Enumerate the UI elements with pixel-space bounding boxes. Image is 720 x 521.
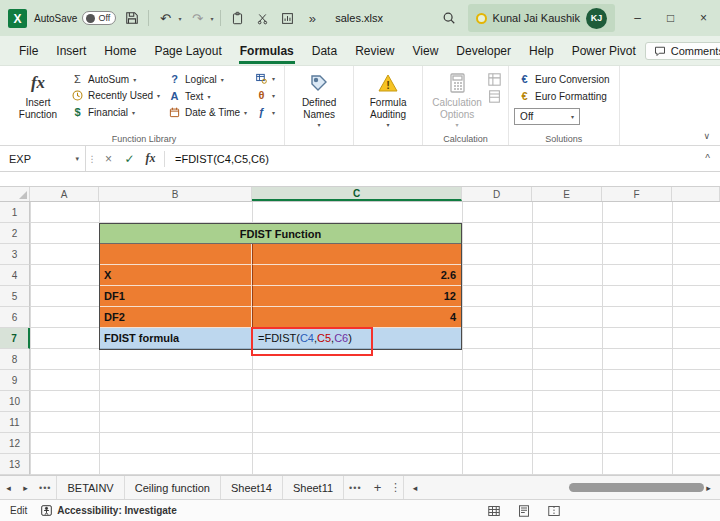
tab-view[interactable]: View: [404, 39, 448, 63]
tab-help[interactable]: Help: [520, 39, 563, 63]
scrollbar-track[interactable]: [424, 476, 700, 499]
autosum-button[interactable]: ΣAutoSum▾: [67, 72, 164, 86]
horizontal-scrollbar[interactable]: ◂ ▸: [403, 476, 720, 499]
undo-button[interactable]: ↶: [156, 8, 174, 28]
row-header-12[interactable]: 12: [0, 433, 30, 454]
row-header-8[interactable]: 8: [0, 349, 30, 370]
row-header-2[interactable]: 2: [0, 223, 30, 244]
redo-button[interactable]: ↷: [188, 8, 206, 28]
lookup-reference-button[interactable]: ▾: [251, 72, 279, 85]
select-all-corner[interactable]: [0, 187, 30, 201]
table-title-cell[interactable]: FDIST Function: [100, 224, 461, 244]
row-header-7[interactable]: 7: [0, 328, 30, 349]
row-header-9[interactable]: 9: [0, 370, 30, 391]
comments-button[interactable]: Comments: [645, 42, 720, 60]
text-button[interactable]: AText▾: [164, 89, 251, 103]
more-commands-icon[interactable]: »: [303, 8, 321, 28]
tab-developer[interactable]: Developer: [447, 39, 520, 63]
tab-home[interactable]: Home: [95, 39, 145, 63]
cancel-icon[interactable]: ×: [98, 152, 119, 166]
autosave-toggle[interactable]: AutoSave Off: [34, 11, 116, 25]
row-header-3[interactable]: 3: [0, 244, 30, 265]
row-header-10[interactable]: 10: [0, 391, 30, 412]
tab-file[interactable]: File: [10, 39, 47, 63]
formula-auditing-button[interactable]: ! Formula Auditing ▾: [359, 69, 417, 131]
row-header-5[interactable]: 5: [0, 286, 30, 307]
column-header-b[interactable]: B: [99, 187, 252, 201]
page-break-view-icon[interactable]: [548, 505, 560, 517]
tab-insert[interactable]: Insert: [47, 39, 95, 63]
insert-function-button[interactable]: fx Insert Function: [9, 69, 67, 122]
autosave-switch[interactable]: Off: [82, 11, 116, 25]
date-time-button[interactable]: Date & Time▾: [164, 106, 251, 119]
save-icon[interactable]: [123, 8, 141, 28]
sheet-tab-sheet14[interactable]: Sheet14: [221, 476, 283, 499]
cut-icon[interactable]: [253, 8, 271, 28]
tab-review[interactable]: Review: [346, 39, 403, 63]
cell-c7-formula[interactable]: =FDIST(C4,C5,C6): [252, 328, 461, 349]
insert-function-icon[interactable]: fx: [140, 151, 161, 166]
cell-c3[interactable]: [252, 244, 461, 265]
row-header-6[interactable]: 6: [0, 307, 30, 328]
expand-formula-bar-icon[interactable]: ^: [705, 153, 720, 164]
euro-off-dropdown[interactable]: Off▾: [514, 108, 580, 125]
cell-b6[interactable]: DF2: [100, 307, 252, 328]
calculate-now-icon[interactable]: [488, 73, 501, 86]
accessibility-status[interactable]: Accessibility: Investigate: [41, 505, 177, 516]
cell-c5[interactable]: 12: [252, 286, 461, 307]
collapse-ribbon-icon[interactable]: ∨: [703, 131, 710, 141]
cell-c6[interactable]: 4: [252, 307, 461, 328]
enter-icon[interactable]: ✓: [119, 152, 140, 166]
cell-b3[interactable]: [100, 244, 252, 265]
sheet-menu-icon[interactable]: ⋮: [389, 481, 403, 494]
normal-view-icon[interactable]: [488, 505, 500, 517]
cell-c4[interactable]: 2.6: [252, 265, 461, 286]
sheet-nav-right-icon[interactable]: ▸: [17, 483, 34, 493]
page-layout-view-icon[interactable]: [518, 505, 530, 517]
formula-input[interactable]: =FDIST(C4,C5,C6): [168, 153, 269, 165]
math-trig-button[interactable]: θ▾: [251, 88, 279, 102]
add-sheet-button[interactable]: +: [367, 480, 389, 495]
avatar[interactable]: KJ: [586, 8, 607, 29]
sheet-tab-ceiling-function[interactable]: Ceiling function: [125, 476, 221, 499]
grid-body[interactable]: 1 2 3 4 5 6 7 8 9 10 11 12 13 FDIST Func…: [0, 202, 720, 475]
maximize-button[interactable]: □: [654, 0, 687, 36]
cell-b7[interactable]: FDIST formula: [100, 328, 252, 349]
account-chip[interactable]: Kunal Jai Kaushik KJ: [468, 4, 615, 32]
sheet-tab-betainv[interactable]: BETAINV: [56, 476, 124, 499]
cell-b4[interactable]: X: [100, 265, 252, 286]
sheet-tab-sheet11[interactable]: Sheet11: [283, 476, 344, 499]
column-header-f[interactable]: F: [602, 187, 672, 201]
financial-button[interactable]: $Financial▾: [67, 105, 164, 119]
column-header-e[interactable]: E: [532, 187, 602, 201]
scrollbar-thumb[interactable]: [569, 483, 704, 492]
column-header-d[interactable]: D: [462, 187, 532, 201]
minimize-button[interactable]: –: [621, 0, 654, 36]
column-header-c[interactable]: C: [252, 187, 462, 201]
sheet-overflow-left-icon[interactable]: •••: [34, 483, 56, 493]
logical-button[interactable]: ?Logical▾: [164, 72, 251, 86]
row-header-1[interactable]: 1: [0, 202, 30, 223]
tab-power-pivot[interactable]: Power Pivot: [563, 39, 645, 63]
calculate-sheet-icon[interactable]: [488, 90, 501, 103]
tab-formulas[interactable]: Formulas: [231, 39, 303, 63]
euro-conversion-button[interactable]: €Euro Conversion: [514, 72, 613, 86]
tab-page-layout[interactable]: Page Layout: [145, 39, 230, 63]
search-icon[interactable]: [436, 11, 462, 25]
scroll-left-icon[interactable]: ◂: [407, 483, 424, 493]
defined-names-button[interactable]: Defined Names ▾: [290, 69, 348, 131]
sheet-nav-left-icon[interactable]: ◂: [0, 483, 17, 493]
undo-caret-icon[interactable]: ▾: [178, 15, 181, 22]
column-header-a[interactable]: A: [30, 187, 99, 201]
sheet-overflow-right-icon[interactable]: •••: [344, 483, 366, 493]
chevron-down-icon[interactable]: ▾: [75, 155, 85, 163]
row-header-11[interactable]: 11: [0, 412, 30, 433]
calculation-options-button[interactable]: Calculation Options ▾: [428, 69, 486, 131]
close-button[interactable]: ×: [687, 0, 720, 36]
name-box[interactable]: EXP ▾: [0, 146, 86, 171]
redo-caret-icon[interactable]: ▾: [210, 15, 213, 22]
euro-formatting-button[interactable]: €Euro Formatting: [514, 89, 613, 103]
recently-used-button[interactable]: Recently Used▾: [67, 89, 164, 102]
formula-bar-handle[interactable]: ⋮: [86, 154, 98, 164]
row-header-4[interactable]: 4: [0, 265, 30, 286]
